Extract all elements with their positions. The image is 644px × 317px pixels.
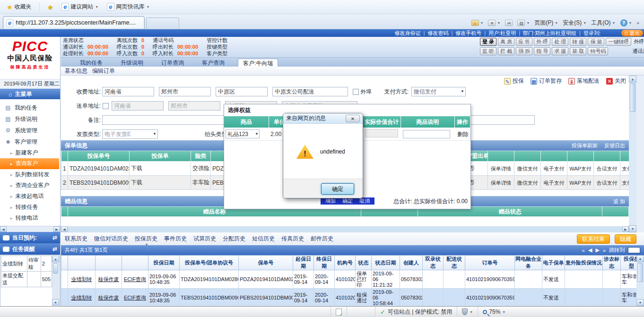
protected-mode-control[interactable]: ▼ <box>457 307 478 317</box>
sidebar-item[interactable]: ☻客户管理 <box>0 136 60 147</box>
call-button[interactable]: 处 理 <box>552 38 568 46</box>
topbar-link[interactable]: 修改手机号 <box>455 30 481 37</box>
action-save-order[interactable]: ▦订单暂存 <box>531 77 562 85</box>
history-tab-3[interactable]: 事件历史 <box>164 235 187 243</box>
new-tab-stub[interactable] <box>146 17 179 29</box>
invoice-type-select[interactable]: 电子发票E <box>102 129 158 139</box>
security-menu[interactable]: 安全(S)▼ <box>563 19 586 27</box>
call-button[interactable]: 应 答 <box>516 38 532 46</box>
history-tab-2[interactable]: 投保历史▼ <box>135 235 157 243</box>
order-action-link[interactable]: 业绩划转 <box>68 289 96 307</box>
zoom-control[interactable]: 75%▼ <box>478 307 510 317</box>
call-button[interactable]: 监 听 <box>480 47 496 55</box>
scroll-right-icon[interactable]: ▶ <box>53 226 60 232</box>
sidebar-subitem[interactable]: ▸一次配送失败 <box>0 223 60 226</box>
scroll-left-icon[interactable]: ◀ <box>61 226 68 232</box>
product-note-input[interactable] <box>403 130 450 138</box>
product-select[interactable]: 礼品123 <box>226 129 260 138</box>
policy-action-link[interactable]: 保单详情 <box>488 162 514 176</box>
policy-action-link[interactable]: 合话支付 <box>594 162 620 176</box>
call-button[interactable]: 登 录 <box>480 38 496 46</box>
add-favorite-button[interactable]: ★ <box>44 2 56 12</box>
help-menu[interactable]: ?▼ <box>620 19 632 26</box>
delete-link[interactable]: 删除 <box>456 131 470 137</box>
topbar-link[interactable]: 部门:郑州上街杜亚明组 <box>523 30 576 37</box>
home-button[interactable]: ⌂▼ <box>471 20 484 26</box>
topbar-link[interactable]: 用户:杜亚明 <box>488 30 516 37</box>
bottom-table-vscrollbar[interactable]: ▲ ▼ <box>636 255 644 306</box>
subtab-1[interactable]: 编辑订单▼ <box>92 67 115 75</box>
history-tab-1[interactable]: 微信对话历史 <box>94 235 128 243</box>
sidebar-item[interactable]: ⚙系统管理 <box>0 125 60 136</box>
scroll-down-icon[interactable]: ▼ <box>52 299 59 306</box>
tab-0[interactable]: 我的任务 <box>75 59 107 67</box>
call-button[interactable]: 特号码 <box>588 47 608 55</box>
action-delivery[interactable]: ⇓落地配送 <box>568 77 600 85</box>
topbar-link[interactable]: 修改身份证 <box>395 30 421 37</box>
scroll-up-icon[interactable]: ▲ <box>636 255 644 262</box>
task-vscrollbar[interactable]: ▲ ▼ <box>52 256 59 306</box>
scroll-thumb[interactable] <box>637 263 643 282</box>
history-tab-5[interactable]: 分配历史 <box>223 235 245 243</box>
first-page-icon[interactable]: « <box>582 248 585 253</box>
browser-tab[interactable]: e http://11.207.3.225/picctscenter/MainF… <box>3 16 145 29</box>
close-icon[interactable]: ✕ <box>346 115 360 122</box>
call-button[interactable]: 外 呼 <box>534 38 550 46</box>
favorites-button[interactable]: ★收藏夹 <box>4 2 35 12</box>
order-action-link[interactable]: 核保作废 <box>96 270 122 289</box>
next-page-icon[interactable]: ▶ <box>595 247 599 253</box>
sidebar-hscrollbar[interactable]: ◀▶ <box>0 226 60 232</box>
call-button[interactable]: 强 拆 <box>516 47 532 55</box>
charge-address-input[interactable] <box>272 87 348 96</box>
sidebar-subitem[interactable]: ▸查询企业客户 <box>0 180 60 191</box>
download-link[interactable]: 下载 <box>130 176 191 190</box>
same-address-checkbox[interactable] <box>103 103 109 109</box>
tab-4[interactable]: 客户:牛向瑞 <box>238 59 278 67</box>
feeds-button[interactable]: ≋▼ <box>488 20 500 26</box>
topbar-link[interactable]: 登录到: <box>583 30 600 37</box>
task-row[interactable]: 业绩划转待审核2 <box>1 256 52 272</box>
prev-page-icon[interactable]: ◀ <box>588 247 592 253</box>
call-button[interactable]: 指 导 <box>534 47 550 55</box>
send-address-input[interactable] <box>168 101 220 111</box>
benefit-action-button[interactable]: 增加 <box>325 197 336 205</box>
download-link[interactable]: 下载 <box>130 162 191 176</box>
print-button[interactable]: ▤▼ <box>517 20 530 26</box>
topbar-link[interactable]: 修改密码 <box>427 30 448 37</box>
sidebar-subitem[interactable]: ▸未接起电话 <box>0 191 60 202</box>
order-row[interactable]: 业绩划转核保作废ECIF查询2019-09-06 10:48:35TEBS201… <box>61 289 637 307</box>
order-row[interactable]: 业绩划转核保作废ECIF查询2019-09-06 10:48:35TDZA201… <box>61 270 637 289</box>
sidebar-item[interactable]: ▧升级说明 <box>0 113 60 125</box>
call-button[interactable]: 保 留 <box>588 38 604 46</box>
pay-method-select[interactable]: 微信支付 <box>411 87 466 96</box>
content-vscrollbar[interactable]: ▲ ▼ <box>629 76 636 232</box>
scroll-thumb[interactable] <box>53 263 58 274</box>
policy-action-link[interactable]: 合话支付 <box>594 176 620 190</box>
call-button[interactable]: 拦 截 <box>498 47 514 55</box>
action-insure[interactable]: ✎投保 <box>504 77 524 85</box>
refresh-icon[interactable]: ⇄ <box>52 246 57 252</box>
call-button[interactable]: 转 接 <box>570 38 586 46</box>
task-reminder-header[interactable]: 任务提醒⇄ <box>0 243 60 255</box>
charge-address-input[interactable] <box>216 87 268 96</box>
scroll-down-icon[interactable]: ▼ <box>629 225 636 232</box>
tab-1[interactable]: 升级说明 <box>116 59 148 67</box>
today-booking-header[interactable]: 当日预约:⇄ <box>0 232 60 243</box>
tab-2[interactable]: 订单查询 <box>157 59 189 67</box>
benefit-action-button[interactable]: 取消 <box>359 197 370 205</box>
subtab-0[interactable]: 基本信息 <box>65 67 87 75</box>
sidebar-subitem[interactable]: ▸队列数据转发 <box>0 169 60 180</box>
scroll-up-icon[interactable]: ▲ <box>52 256 59 262</box>
tab-3[interactable]: 客户查询 <box>197 59 229 67</box>
policy-action-link[interactable]: 微信支付 <box>514 162 541 176</box>
history-tab-0[interactable]: 联系历史 <box>65 235 87 243</box>
hide-button[interactable]: 隐藏 <box>615 234 636 244</box>
logout-button[interactable]: 退出 <box>621 30 643 36</box>
history-tab-7[interactable]: 传真历史 <box>281 235 304 243</box>
suggested-sites-button[interactable]: e建议网站▼ <box>59 2 101 12</box>
policy-refresh-link[interactable]: 投保单刷新 <box>572 142 598 149</box>
policy-action-link[interactable]: 电子支付 <box>541 162 567 176</box>
charge-address-input[interactable] <box>159 87 211 96</box>
history-tab-6[interactable]: 短信历史 <box>252 235 275 243</box>
scroll-left-icon[interactable]: ◀ <box>0 226 7 232</box>
